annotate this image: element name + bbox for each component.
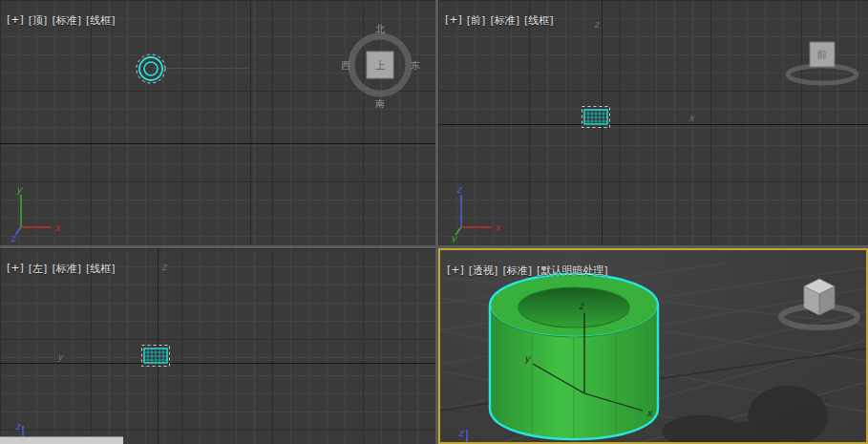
axis-z-tag: z <box>161 262 166 272</box>
world-x-axis-line <box>0 143 435 144</box>
viewport-menu-button[interactable]: [+] <box>447 264 464 278</box>
viewport-name-menu[interactable]: [顶] <box>29 13 48 28</box>
compass-south-label[interactable]: 南 <box>375 98 385 109</box>
selected-tube-3d[interactable] <box>490 274 658 439</box>
tube-inner-edge <box>144 62 158 75</box>
viewport-menu-button[interactable]: [+] <box>7 13 24 28</box>
tripod-z-label: z <box>456 184 463 195</box>
viewport-name-menu[interactable]: [左] <box>29 262 48 276</box>
viewport-renderer-menu[interactable]: [标准] <box>52 262 81 276</box>
axis-tripod-perspective: z <box>458 428 467 444</box>
axis-tripod-front: z x y <box>450 183 507 243</box>
viewport-perspective-label-bar: [+] [透视] [标准] [默认明暗处理] <box>447 264 608 278</box>
viewport-menu-button[interactable]: [+] <box>445 13 462 28</box>
tube-hole <box>519 287 629 328</box>
viewport-renderer-menu[interactable]: [标准] <box>52 13 81 28</box>
world-y-axis-line <box>250 0 251 245</box>
viewport-front-label-bar: [+] [前] [标准] [线框] <box>445 13 554 28</box>
world-x-axis-line <box>438 124 868 125</box>
viewcube-top[interactable]: 上 北 南 西 东 <box>336 21 424 109</box>
viewport-top[interactable]: [+] [顶] [标准] [线框] 上 北 南 西 东 y <box>0 0 435 245</box>
viewcube-compass-ring[interactable] <box>788 66 857 83</box>
axis-x-tag: x <box>688 113 694 123</box>
compass-east-label[interactable]: 东 <box>411 60 420 71</box>
viewcube-front[interactable]: 前 <box>774 29 868 92</box>
compass-west-label[interactable]: 西 <box>341 60 350 71</box>
axis-y-tag: y <box>57 351 63 362</box>
viewport-quad-layout: [+] [顶] [标准] [线框] 上 北 南 西 东 y <box>0 0 868 444</box>
viewport-front[interactable]: [+] [前] [标准] [线框] x z 前 z x y <box>438 0 868 245</box>
viewport-renderer-menu[interactable]: [标准] <box>502 264 532 278</box>
viewport-renderer-menu[interactable]: [标准] <box>490 13 519 28</box>
viewport-shading-menu[interactable]: [线框] <box>86 13 116 28</box>
viewport-menu-button[interactable]: [+] <box>7 262 24 276</box>
viewport-name-menu[interactable]: [透视] <box>469 264 498 278</box>
viewport-shading-menu[interactable]: [默认明暗处理] <box>537 264 608 278</box>
viewcube-perspective[interactable] <box>781 279 857 328</box>
axis-z-tag: z <box>594 19 599 30</box>
tripod-y-label: y <box>16 184 23 196</box>
selection-bracket-circle <box>137 54 165 83</box>
viewcube-face-label: 上 <box>375 59 386 72</box>
tripod-z-label: z <box>15 421 22 432</box>
axis-tripod-top: y x z <box>10 183 67 243</box>
viewport-top-label-bar: [+] [顶] [标准] [线框] <box>7 13 116 28</box>
selected-tube-left-view[interactable] <box>140 344 171 369</box>
viewport-perspective-active[interactable]: [+] [透视] [标准] [默认明暗处理] <box>438 248 868 444</box>
viewport-shading-menu[interactable]: [线框] <box>86 262 116 276</box>
world-y-axis-line <box>0 363 435 364</box>
viewport-left-label-bar: [+] [左] [标准] [线框] <box>7 262 116 276</box>
tripod-x-label: x <box>495 222 501 233</box>
compass-north-label[interactable]: 北 <box>375 24 386 34</box>
viewcube-face-label: 前 <box>816 49 828 61</box>
viewport-left[interactable]: [+] [左] [标准] [线框] y z 左 z <box>0 248 435 444</box>
tube-outer-edge <box>139 57 162 80</box>
maxscript-mini-listener-edge[interactable] <box>0 436 123 444</box>
selected-tube-front-view[interactable] <box>581 105 611 130</box>
tripod-z-label: z <box>458 428 465 438</box>
selected-tube-top-view[interactable] <box>130 48 172 90</box>
viewport-shading-menu[interactable]: [线框] <box>524 13 554 28</box>
tripod-x-label: x <box>54 222 61 233</box>
viewport-name-menu[interactable]: [前] <box>467 13 486 28</box>
